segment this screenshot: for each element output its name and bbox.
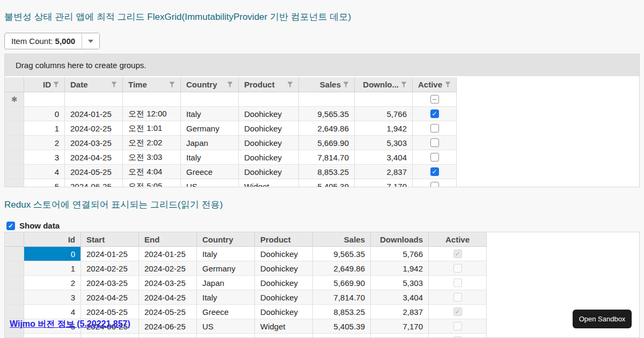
grid-cell[interactable]: 2024-04-25 [81, 290, 139, 305]
column-header-active[interactable]: Active [413, 77, 457, 92]
column-header-sales[interactable]: Sales [299, 77, 355, 92]
grid-cell[interactable]: 0 [24, 107, 65, 121]
filter-icon[interactable] [287, 82, 293, 87]
grid-cell[interactable]: Italy [197, 290, 255, 305]
grid-cell[interactable]: ✓ [429, 305, 487, 319]
new-row-cell[interactable] [299, 92, 355, 107]
grid-cell[interactable]: 2,649.86 [299, 121, 355, 136]
grid-cell[interactable]: Italy [181, 150, 239, 165]
grid-cell[interactable]: Doohickey [255, 334, 313, 338]
row-header[interactable] [5, 305, 24, 319]
column-header-date[interactable]: Date [65, 77, 123, 92]
grid-cell[interactable]: 2024-01-25 [139, 247, 197, 261]
column-header-time[interactable]: Time [123, 77, 181, 92]
column-header-id[interactable]: ID [24, 77, 65, 92]
grid-cell[interactable]: Doohickey [239, 136, 299, 150]
grid-cell[interactable]: 5,669.90 [313, 276, 371, 290]
grid-cell[interactable]: 7,170 [355, 179, 413, 187]
grid-cell[interactable]: 1 [24, 121, 65, 136]
filter-icon[interactable] [111, 82, 117, 87]
wijmo-version-link[interactable]: Wijmo 버전 정보 (5.20221.857) [10, 319, 130, 330]
grid-cell[interactable]: 오전 1:01 [123, 121, 181, 136]
grid-cell[interactable]: Greece [197, 305, 255, 319]
new-row-cell[interactable] [123, 92, 181, 107]
filter-icon[interactable] [445, 82, 451, 87]
new-row-cell[interactable] [65, 92, 123, 107]
grid-cell[interactable]: 오전 2:02 [123, 136, 181, 150]
item-count-value[interactable]: Item Count: 5,000 [5, 33, 82, 49]
open-sandbox-button[interactable]: Open Sandbox [573, 310, 632, 328]
grid-cell[interactable]: 3 [24, 290, 81, 305]
grid-cell[interactable]: 1 [24, 261, 81, 276]
new-row-cell[interactable] [355, 92, 413, 107]
new-row-cell[interactable] [24, 92, 65, 107]
item-count-dropdown-button[interactable] [82, 33, 99, 49]
column-header-start[interactable]: Start [81, 232, 139, 247]
grid-cell[interactable] [413, 121, 457, 136]
new-row-cell[interactable]: – [413, 92, 457, 107]
row-header[interactable] [5, 150, 24, 165]
active-checkbox[interactable]: – [430, 95, 439, 104]
grid-cell[interactable]: ✓ [413, 107, 457, 121]
grid-cell[interactable] [413, 136, 457, 150]
grid-cell[interactable]: 4,234.66 [313, 334, 371, 338]
grid-cell[interactable]: 7,170 [371, 319, 429, 334]
column-header-country[interactable]: Country [181, 77, 239, 92]
grid-cell[interactable] [429, 334, 487, 338]
grid-cell[interactable]: 5,669.90 [299, 136, 355, 150]
grid-cell[interactable]: Doohickey [239, 121, 299, 136]
grid-cell[interactable]: Doohickey [239, 107, 299, 121]
grid-cell[interactable]: 2024-02-25 [81, 261, 139, 276]
active-checkbox[interactable] [430, 182, 439, 187]
grid-cell[interactable]: Germany [181, 121, 239, 136]
grid-cell[interactable]: 2024-01-25 [81, 247, 139, 261]
grid-cell[interactable]: 9,275 [371, 334, 429, 338]
grid-cell[interactable]: ✓ [413, 165, 457, 179]
row-header[interactable] [5, 165, 24, 179]
column-header-sales[interactable]: Sales [313, 232, 371, 247]
grid-cell[interactable]: US [181, 179, 239, 187]
grid-cell[interactable]: 5,405.39 [313, 319, 371, 334]
grid-cell[interactable]: 2 [24, 276, 81, 290]
active-checkbox[interactable] [430, 138, 439, 147]
new-row-header[interactable]: ✱ [5, 92, 24, 107]
column-header-downlo[interactable]: Downlo... [355, 77, 413, 92]
grid-cell[interactable]: 3 [24, 150, 65, 165]
column-header-product[interactable]: Product [255, 232, 313, 247]
grid-cell[interactable]: 5 [24, 179, 65, 187]
grid-cell[interactable]: 1,942 [371, 261, 429, 276]
grid-cell[interactable]: 1,942 [355, 121, 413, 136]
grid-cell[interactable]: 2024-06-25 [65, 179, 123, 187]
grid-cell[interactable]: 9,565.35 [313, 247, 371, 261]
grid-cell[interactable] [429, 276, 487, 290]
column-header-id[interactable]: Id [24, 232, 81, 247]
grid-cell[interactable]: 5,766 [371, 247, 429, 261]
filter-icon[interactable] [53, 82, 59, 87]
filter-icon[interactable] [227, 82, 233, 87]
show-data-toggle[interactable]: ✓ Show data [6, 221, 60, 230]
item-count-dropdown[interactable]: Item Count: 5,000 [4, 33, 100, 49]
grid-cell[interactable]: 오전 12:00 [123, 107, 181, 121]
row-header[interactable] [5, 276, 24, 290]
filter-icon[interactable] [401, 82, 407, 87]
grid-cell[interactable]: 2024-02-25 [65, 121, 123, 136]
grid-cell[interactable]: 3,404 [371, 290, 429, 305]
column-header-product[interactable]: Product [239, 77, 299, 92]
grid-cell[interactable]: 2,837 [355, 165, 413, 179]
new-row-cell[interactable] [181, 92, 239, 107]
grid-cell[interactable]: 7,814.70 [299, 150, 355, 165]
row-header[interactable] [5, 121, 24, 136]
grid-cell[interactable]: 2,837 [371, 305, 429, 319]
column-header-active[interactable]: Active [429, 232, 487, 247]
grid-cell[interactable]: Doohickey [255, 276, 313, 290]
grid-cell[interactable]: 2 [24, 136, 65, 150]
active-checkbox[interactable]: ✓ [430, 109, 439, 118]
grid-cell[interactable]: 3,404 [355, 150, 413, 165]
row-header[interactable] [5, 179, 24, 187]
new-row-cell[interactable] [239, 92, 299, 107]
grid-cell[interactable]: 8,853.25 [313, 305, 371, 319]
grid-cell[interactable]: 2024-06-25 [139, 319, 197, 334]
grid-cell[interactable]: 오전 5:05 [123, 179, 181, 187]
group-panel[interactable]: Drag columns here to create groups. [5, 54, 639, 77]
column-header-end[interactable]: End [139, 232, 197, 247]
